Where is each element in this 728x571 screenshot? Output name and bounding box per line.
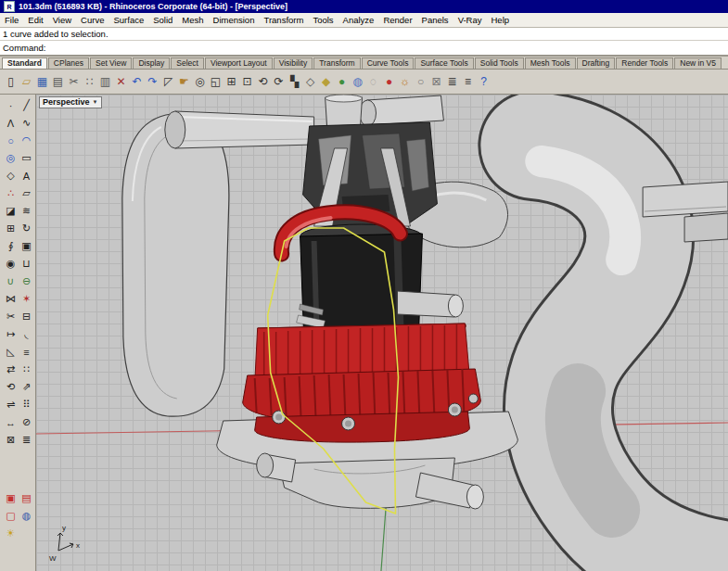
perspective-viewport[interactable]: Perspective ▼ bbox=[36, 95, 728, 571]
model-red-drum[interactable] bbox=[243, 324, 481, 442]
cut-button[interactable]: ✂ bbox=[66, 72, 82, 91]
zoom-selected-button[interactable]: ⊡ bbox=[239, 72, 255, 91]
tab-solid-tools[interactable]: Solid Tools bbox=[475, 57, 524, 69]
fillet-tool[interactable]: ◟ bbox=[18, 325, 35, 343]
open-file-button[interactable]: ▱ bbox=[19, 72, 34, 91]
new-document-button[interactable]: ▯ bbox=[3, 72, 19, 91]
split-tool[interactable]: ⊟ bbox=[18, 308, 35, 325]
pan-view-button[interactable]: ☛ bbox=[176, 72, 192, 91]
menu-mesh[interactable]: Mesh bbox=[177, 13, 208, 27]
menu-edit[interactable]: Edit bbox=[23, 13, 47, 27]
hide-objects-button[interactable]: ○ bbox=[413, 72, 428, 91]
layers-button[interactable]: ≣ bbox=[444, 72, 460, 91]
viewport-title-tab[interactable]: Perspective ▼ bbox=[39, 96, 102, 108]
curve-tool[interactable]: ∿ bbox=[18, 114, 35, 132]
display-wireframe-button[interactable]: ◇ bbox=[302, 72, 318, 91]
model-top-right-cylinder[interactable] bbox=[360, 95, 444, 126]
undo-view-change-button[interactable]: ⟲ bbox=[255, 72, 271, 91]
properties-button[interactable]: ≡ bbox=[460, 72, 476, 91]
rotate-view-button[interactable]: ⟳ bbox=[271, 72, 287, 91]
zoom-dynamic-button[interactable]: ◎ bbox=[192, 72, 208, 91]
explode-tool[interactable]: ✶ bbox=[18, 290, 35, 308]
paste-button[interactable]: ▥ bbox=[97, 72, 113, 91]
cylinder-tool[interactable]: ⊔ bbox=[18, 255, 35, 273]
scale-tool[interactable]: ⇗ bbox=[18, 378, 35, 396]
save-file-button[interactable]: ▦ bbox=[34, 72, 50, 91]
titlebar[interactable]: R 101.3dm (516893 KB) - Rhinoceros Corpo… bbox=[0, 0, 728, 13]
menu-solid[interactable]: Solid bbox=[148, 13, 177, 27]
display-xray-button[interactable]: ◌ bbox=[365, 72, 381, 91]
render-window-tool[interactable]: ▤ bbox=[18, 489, 35, 507]
display-raytraced-button[interactable]: ● bbox=[381, 72, 397, 91]
render-button[interactable]: ☼ bbox=[397, 72, 413, 91]
tab-visibility[interactable]: Visibility bbox=[274, 57, 313, 69]
tab-viewport-layout[interactable]: Viewport Layout bbox=[205, 57, 273, 69]
menu-help[interactable]: Help bbox=[487, 13, 515, 27]
display-shaded-button[interactable]: ◆ bbox=[318, 72, 334, 91]
menu-curve[interactable]: Curve bbox=[76, 13, 109, 27]
zoom-window-button[interactable]: ◱ bbox=[208, 72, 224, 91]
tab-set-view[interactable]: Set View bbox=[90, 57, 132, 69]
command-line[interactable]: Command: bbox=[0, 41, 728, 57]
display-rendered-button[interactable]: ● bbox=[334, 72, 350, 91]
array-tool[interactable]: ⠿ bbox=[18, 396, 35, 413]
menu-analyze[interactable]: Analyze bbox=[338, 13, 379, 27]
undo-button[interactable]: ↶ bbox=[129, 72, 145, 91]
surface-plane-tool[interactable]: ▱ bbox=[18, 184, 35, 202]
menu-vray[interactable]: V-Ray bbox=[453, 13, 487, 27]
menu-file[interactable]: File bbox=[0, 13, 23, 27]
select-filter-button[interactable]: ◸ bbox=[160, 72, 176, 91]
offset-tool[interactable]: ≡ bbox=[18, 343, 35, 361]
revolve-tool[interactable]: ↻ bbox=[18, 220, 35, 237]
box-tool[interactable]: ▣ bbox=[18, 237, 35, 255]
zoom-extents-button[interactable]: ⊞ bbox=[224, 72, 239, 91]
line-tool[interactable]: ╱ bbox=[18, 96, 35, 114]
tab-curve-tools[interactable]: Curve Tools bbox=[362, 57, 415, 69]
delete-button[interactable]: ✕ bbox=[113, 72, 129, 91]
tab-select[interactable]: Select bbox=[171, 57, 204, 69]
menu-tools[interactable]: Tools bbox=[308, 13, 338, 27]
viewport-3d-scene[interactable]: x y W bbox=[36, 95, 728, 571]
toolbar-tab-bar: StandardCPlanesSet ViewDisplaySelectView… bbox=[0, 57, 728, 70]
menu-surface[interactable]: Surface bbox=[109, 13, 148, 27]
model-black-cylinder[interactable] bbox=[297, 224, 423, 336]
display-ghosted-button[interactable]: ◍ bbox=[350, 72, 365, 91]
menu-render[interactable]: Render bbox=[378, 13, 416, 27]
tab-transform[interactable]: Transform bbox=[313, 57, 360, 69]
menu-transform[interactable]: Transform bbox=[259, 13, 308, 27]
sun-tool[interactable]: ☀ bbox=[2, 525, 19, 542]
lock-objects-button[interactable]: ⊠ bbox=[428, 72, 444, 91]
tab-cplanes[interactable]: CPlanes bbox=[48, 57, 89, 69]
viewport-menu-arrow-icon[interactable]: ▼ bbox=[93, 97, 98, 108]
redo-button[interactable]: ↷ bbox=[145, 72, 160, 91]
layer-tool[interactable]: ≣ bbox=[18, 431, 35, 449]
command-input[interactable] bbox=[48, 42, 728, 55]
tab-mesh-tools[interactable]: Mesh Tools bbox=[525, 57, 576, 69]
model-left-panel[interactable] bbox=[122, 112, 229, 416]
tab-new-in-v5[interactable]: New in V5 bbox=[674, 57, 722, 69]
menu-dimension[interactable]: Dimension bbox=[209, 13, 260, 27]
text-tool[interactable]: A bbox=[18, 167, 35, 184]
tab-standard[interactable]: Standard bbox=[2, 57, 47, 69]
print-button[interactable]: ▤ bbox=[50, 72, 66, 91]
menu-bar: FileEditViewCurveSurfaceSolidMeshDimensi… bbox=[0, 13, 728, 28]
copy-button[interactable]: ∷ bbox=[82, 72, 97, 91]
loft-tool[interactable]: ≋ bbox=[18, 202, 35, 220]
copy-tool[interactable]: ∷ bbox=[18, 361, 35, 378]
tab-display[interactable]: Display bbox=[133, 57, 170, 69]
model-top-left-cylinder[interactable] bbox=[165, 111, 314, 148]
menu-view[interactable]: View bbox=[48, 13, 76, 27]
arc-tool[interactable]: ◠ bbox=[18, 132, 35, 149]
tab-drafting[interactable]: Drafting bbox=[577, 57, 616, 69]
rectangle-tool[interactable]: ▭ bbox=[18, 149, 35, 167]
model-small-side-cylinder[interactable] bbox=[397, 291, 463, 317]
boolean-difference-tool[interactable]: ⊖ bbox=[18, 273, 35, 290]
turntable-tool[interactable]: ◍ bbox=[18, 507, 35, 525]
tab-surface-tools[interactable]: Surface Tools bbox=[415, 57, 473, 69]
help-button[interactable]: ? bbox=[476, 72, 492, 91]
hide-tool[interactable]: ⊘ bbox=[18, 413, 35, 431]
four-view-layout-button[interactable]: ▚ bbox=[287, 72, 302, 91]
tab-render-tools[interactable]: Render Tools bbox=[616, 57, 673, 69]
menu-panels[interactable]: Panels bbox=[417, 13, 453, 27]
gnomon-x-label: x bbox=[76, 541, 80, 550]
